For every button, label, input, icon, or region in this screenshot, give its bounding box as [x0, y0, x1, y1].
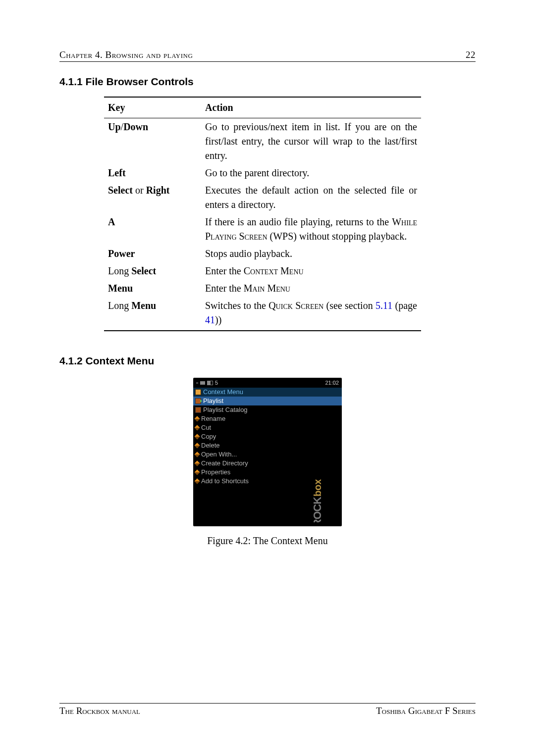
col-key: Key — [104, 97, 201, 118]
diamond-icon — [194, 478, 200, 484]
list-item-label: Copy — [201, 432, 216, 441]
table-row: Select or RightExecutes the default acti… — [104, 182, 421, 213]
svg-text:ROCK: ROCK — [311, 497, 323, 522]
figure-caption: Figure 4.2: The Context Menu — [59, 535, 476, 547]
diamond-icon — [194, 469, 200, 475]
key-cell: Power — [104, 245, 201, 262]
context-menu-screenshot: ▫ 5 21:02 Context Menu PlaylistPlaylist … — [193, 378, 342, 526]
battery-icon — [207, 381, 213, 385]
table-row: LeftGo to the parent directory. — [104, 164, 421, 182]
table-row: Long SelectEnter the Context Menu — [104, 262, 421, 280]
table-row: PowerStops audio playback. — [104, 245, 421, 262]
status-bar: ▫ 5 21:02 — [193, 378, 342, 388]
header-left: Chapter 4. Browsing and playing — [59, 50, 193, 60]
list-item-label: Playlist Catalog — [203, 405, 248, 414]
action-cell: Switches to the Quick Screen (see sectio… — [201, 297, 421, 331]
action-cell: Enter the Context Menu — [201, 262, 421, 280]
section-4-1-2-title: 4.1.2 Context Menu — [59, 355, 476, 367]
action-cell: Go to the parent directory. — [201, 164, 421, 182]
diamond-icon — [194, 443, 200, 448]
diamond-icon — [194, 434, 200, 439]
context-menu-title: Context Menu — [203, 388, 243, 396]
page-footer: The Rockbox manual Toshiba Gigabeat F Se… — [59, 703, 476, 716]
list-item-label: Properties — [201, 468, 230, 477]
action-cell: Stops audio playback. — [201, 245, 421, 262]
list-item-label: Rename — [201, 414, 225, 423]
action-cell: Executes the default action on the selec… — [201, 182, 421, 213]
controls-table: Key Action Up/DownGo to previous/next it… — [104, 97, 421, 331]
list-item: Properties — [193, 468, 342, 477]
footer-left: The Rockbox manual — [59, 706, 140, 716]
svg-text:box: box — [312, 479, 323, 497]
table-row: AIf there is an audio file playing, retu… — [104, 213, 421, 245]
section-4-1-1-title: 4.1.1 File Browser Controls — [59, 76, 476, 88]
catalog-icon — [195, 407, 201, 413]
list-item-label: Cut — [201, 423, 211, 432]
table-row: Up/DownGo to previous/next item in list.… — [104, 118, 421, 165]
list-item: Playlist — [193, 397, 342, 405]
list-item: Cut — [193, 423, 342, 432]
key-cell: Select or Right — [104, 182, 201, 213]
key-cell: Long Select — [104, 262, 201, 280]
list-item-label: Create Directory — [201, 459, 248, 468]
table-row: MenuEnter the Main Menu — [104, 280, 421, 297]
action-cell: Enter the Main Menu — [201, 280, 421, 297]
table-row: Long MenuSwitches to the Quick Screen (s… — [104, 297, 421, 331]
list-item: Create Directory — [193, 459, 342, 468]
list-item: Delete — [193, 441, 342, 450]
page-header: Chapter 4. Browsing and playing 22 — [59, 50, 476, 62]
context-menu-list: PlaylistPlaylist CatalogRenameCutCopyDel… — [193, 397, 342, 486]
list-item: Playlist Catalog — [193, 405, 342, 414]
page-number: 22 — [466, 50, 476, 60]
clock: 21:02 — [325, 380, 339, 386]
battery-value: 5 — [215, 380, 218, 386]
diamond-icon — [194, 416, 200, 421]
key-cell: Left — [104, 164, 201, 182]
diamond-icon — [194, 460, 200, 466]
col-action: Action — [201, 97, 421, 118]
status-dot-icon: ▫ — [196, 380, 198, 386]
key-cell: Menu — [104, 280, 201, 297]
list-item-label: Delete — [201, 441, 220, 450]
playlist-icon — [195, 398, 201, 404]
signal-icon — [200, 381, 205, 385]
diamond-icon — [194, 425, 200, 430]
list-item: Copy — [193, 432, 342, 441]
footer-right: Toshiba Gigabeat F Series — [376, 706, 476, 716]
action-cell: Go to previous/next item in list. If you… — [201, 118, 421, 165]
list-item: Open With... — [193, 450, 342, 459]
context-menu-icon — [195, 389, 201, 395]
diamond-icon — [194, 452, 200, 457]
key-cell: A — [104, 213, 201, 245]
context-menu-title-bar: Context Menu — [193, 388, 342, 397]
key-cell: Up/Down — [104, 118, 201, 165]
action-cell: If there is an audio file playing, retur… — [201, 213, 421, 245]
list-item: Rename — [193, 414, 342, 423]
list-item-label: Playlist — [203, 397, 223, 405]
rockbox-logo: ROCK box — [301, 478, 337, 522]
list-item-label: Open With... — [201, 450, 237, 459]
list-item-label: Add to Shortcuts — [201, 477, 249, 486]
key-cell: Long Menu — [104, 297, 201, 331]
